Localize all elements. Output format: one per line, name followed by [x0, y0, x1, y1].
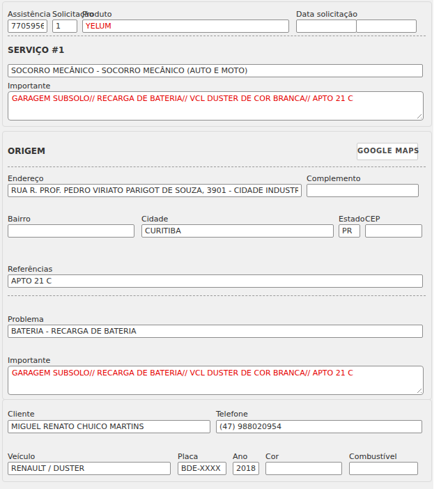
complemento-input[interactable]: [307, 184, 419, 197]
origem-importante-textarea[interactable]: GARAGEM SUBSOLO// RECARGA DE BATERIA// V…: [8, 366, 424, 395]
cep-input[interactable]: [365, 224, 422, 238]
cidade-input[interactable]: [141, 224, 334, 238]
placa-label: Placa: [178, 452, 198, 461]
combustivel-input[interactable]: [349, 462, 418, 475]
complemento-label: Complemento: [307, 174, 360, 183]
assistencia-label: Assistência: [8, 10, 51, 19]
ano-input[interactable]: [233, 462, 259, 475]
form-panel: Assistência Solicitação Produto Data sol…: [0, 0, 433, 489]
data-solicitacao-time-input[interactable]: [356, 20, 417, 33]
estado-input[interactable]: [339, 224, 360, 238]
bairro-label: Bairro: [8, 215, 31, 224]
endereco-label: Endereço: [8, 174, 44, 183]
estado-label: Estado: [339, 215, 364, 224]
origem-importante-label: Importante: [8, 356, 50, 365]
produto-label: Produto: [82, 10, 111, 19]
veiculo-label: Veículo: [8, 452, 35, 461]
assistance-form-screen: Assistência Solicitação Produto Data sol…: [0, 0, 448, 489]
telefone-label: Telefone: [216, 410, 248, 419]
placa-input[interactable]: [178, 462, 226, 475]
cidade-label: Cidade: [141, 215, 168, 224]
assistencia-input[interactable]: [8, 20, 47, 33]
separator-dashed: [8, 166, 426, 167]
solicitacao-input[interactable]: [52, 20, 77, 33]
servico-importante-textarea[interactable]: GARAGEM SUBSOLO// RECARGA DE BATERIA// V…: [8, 91, 424, 121]
data-solicitacao-label: Data solicitação: [296, 10, 357, 19]
telefone-input[interactable]: [216, 420, 422, 433]
section-origem: [2, 131, 432, 400]
google-maps-button[interactable]: GOOGLE MAPS: [357, 143, 418, 160]
cor-input[interactable]: [265, 462, 342, 475]
origem-section-title: ORIGEM: [8, 146, 45, 156]
veiculo-input[interactable]: [8, 462, 171, 475]
endereco-input[interactable]: [8, 184, 302, 197]
bairro-input[interactable]: [8, 224, 134, 238]
cliente-input[interactable]: [8, 420, 210, 433]
produto-input[interactable]: [82, 20, 289, 33]
data-solicitacao-date-input[interactable]: [296, 20, 357, 33]
problema-label: Problema: [8, 315, 44, 324]
problema-input[interactable]: [8, 325, 423, 338]
cep-label: CEP: [365, 215, 380, 224]
separator-dashed: [8, 36, 426, 36]
cliente-label: Cliente: [8, 410, 35, 419]
servico-importante-label: Importante: [8, 82, 50, 91]
servico-input[interactable]: [8, 64, 423, 77]
cor-label: Cor: [265, 452, 279, 461]
referencias-label: Referências: [8, 265, 52, 274]
ano-label: Ano: [233, 452, 247, 461]
combustivel-label: Combustível: [349, 452, 397, 461]
referencias-input[interactable]: [8, 274, 423, 288]
servico-section-title: SERVIÇO #1: [8, 45, 64, 55]
separator-dashed: [8, 295, 426, 296]
